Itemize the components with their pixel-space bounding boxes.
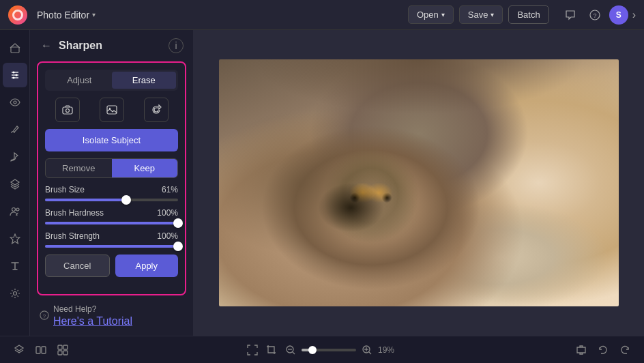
fullscreen-btn[interactable] [244,342,261,358]
svg-text:?: ? [593,12,596,19]
zoom-value-label: 19% [378,345,400,355]
save-label: Save [468,10,488,20]
tool-image-btn[interactable] [100,98,124,122]
app-title-button[interactable]: Photo Editor ▾ [33,7,100,23]
canvas-area [194,30,644,336]
tool-camera-btn[interactable] [55,98,80,122]
cancel-button[interactable]: Cancel [45,255,110,277]
panel-header: ← Sharpen i [30,30,193,61]
text-icon [10,261,20,272]
sidebar-text-btn[interactable] [3,254,27,278]
brush-icon [10,124,20,135]
brush-strength-thumb[interactable] [173,242,183,251]
tutorial-link[interactable]: Here's a Tutorial [53,315,132,327]
svg-rect-23 [63,345,68,349]
sidebar-effects-btn[interactable] [3,227,27,251]
photo-container [219,59,619,306]
tool-refresh-btn[interactable] [144,98,169,122]
brush-strength-value: 100% [157,231,178,241]
brush-hardness-value: 100% [157,208,178,218]
people-icon [10,206,20,217]
bottom-right-icons [573,342,633,358]
sidebar-adjust-btn[interactable] [3,63,27,87]
bottom-left-icons [11,342,71,358]
reset-zoom-btn[interactable] [573,342,589,358]
keep-button[interactable]: Keep [112,159,178,177]
user-avatar[interactable]: S [609,5,628,25]
zoom-track[interactable] [302,349,356,351]
brush-hardness-track[interactable] [45,222,178,224]
crop-btn[interactable] [263,342,280,358]
svg-point-15 [65,109,69,113]
sliders-icon [10,70,20,81]
zoom-in-icon [362,345,372,355]
zoom-in-btn[interactable] [359,342,375,358]
brush-hardness-label-row: Brush Hardness 100% [45,208,178,218]
sidebar-settings-btn[interactable] [3,281,27,306]
gear-icon [10,288,20,299]
svg-point-13 [13,292,16,295]
panel-back-button[interactable]: ← [40,38,53,53]
svg-rect-2 [11,47,19,53]
icon-sidebar [0,30,30,336]
layers-bottom-btn[interactable] [11,342,27,358]
open-label: Open [417,10,439,20]
brush-hardness-label: Brush Hardness [45,208,104,218]
sidebar-retouch-btn[interactable] [3,117,27,142]
sidebar-paint-btn[interactable] [3,145,27,169]
app-logo [8,5,27,25]
help-icon-button[interactable]: ? [585,5,605,25]
save-button[interactable]: Save ▾ [459,5,503,24]
bottom-center-controls: 19% [244,342,400,358]
redo-btn[interactable] [617,342,633,358]
open-button[interactable]: Open ▾ [408,5,454,24]
brush-strength-slider-row: Brush Strength 100% [45,231,178,248]
compare-icon [35,345,46,355]
brush-size-track[interactable] [45,199,178,201]
brush-strength-track[interactable] [45,245,178,248]
tab-adjust[interactable]: Adjust [47,72,112,89]
app-logo-inner [12,10,23,20]
slider-group: Brush Size 61% Brush Hardness 100% [45,185,178,248]
compare-bottom-btn[interactable] [33,342,49,358]
svg-rect-14 [63,107,72,114]
bottom-toolbar: 19% [0,336,644,363]
sidebar-home-btn[interactable] [3,35,27,60]
brush-hardness-thumb[interactable] [173,218,183,228]
undo-btn[interactable] [595,342,611,358]
paint-icon [10,151,20,162]
svg-rect-21 [42,347,46,353]
brush-hardness-fill [45,222,178,224]
app-title-text: Photo Editor [37,10,89,20]
remove-button[interactable]: Remove [46,159,112,177]
tool-icons-row [45,98,178,122]
brush-size-value: 61% [162,185,178,194]
tab-adjust-label: Adjust [67,75,91,85]
batch-button[interactable]: Batch [508,5,548,24]
info-icon: i [175,40,177,51]
action-row: Cancel Apply [45,255,178,277]
apply-button[interactable]: Apply [115,255,179,277]
zoom-out-btn[interactable] [282,342,299,358]
save-chevron: ▾ [491,11,494,18]
grid-icon [57,345,68,355]
isolate-subject-label: Isolate Subject [83,135,141,145]
svg-rect-25 [63,351,68,355]
topbar-more-icon[interactable]: › [632,9,636,21]
tab-erase[interactable]: Erase [112,72,177,89]
remove-label: Remove [62,163,95,173]
topbar: Photo Editor ▾ Open ▾ Save ▾ Batch ? S › [0,0,644,30]
fullscreen-icon [247,345,258,355]
sidebar-view-btn[interactable] [3,90,27,115]
comment-icon-button[interactable] [560,5,581,25]
zoom-thumb[interactable] [308,346,317,354]
panel-info-button[interactable]: i [169,38,184,53]
svg-point-4 [12,72,14,74]
isolate-subject-button[interactable]: Isolate Subject [45,129,178,151]
brush-size-thumb[interactable] [121,195,131,205]
grid-bottom-btn[interactable] [55,342,71,358]
svg-point-6 [15,74,17,76]
refresh-icon [151,104,162,115]
sidebar-layers-btn[interactable] [3,172,27,197]
sidebar-people-btn[interactable] [3,199,27,224]
